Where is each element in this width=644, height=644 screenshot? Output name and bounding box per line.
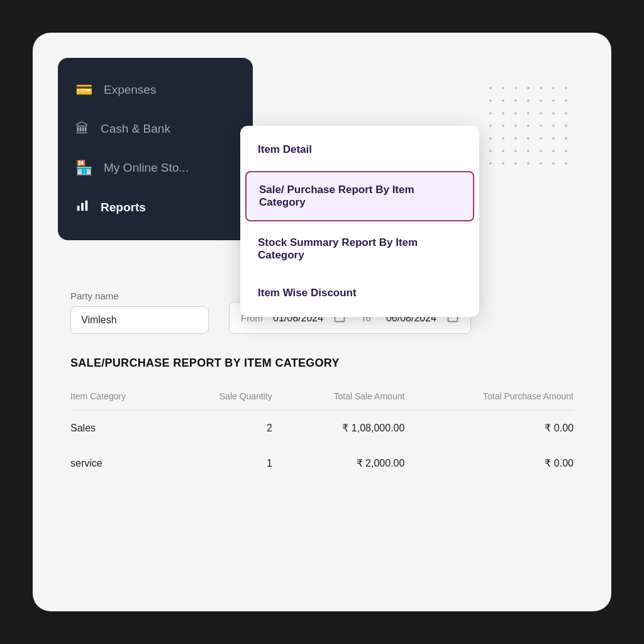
dot xyxy=(502,125,504,127)
report-title: SALE/PURCHASE REPORT BY ITEM CATEGORY xyxy=(70,357,574,370)
svg-rect-0 xyxy=(77,206,80,211)
party-filter-group: Party name xyxy=(70,291,209,334)
dot xyxy=(527,112,530,114)
col-item-category: Item Category xyxy=(70,385,174,411)
main-card: 💳 Expenses 🏛 Cash & Bank 🏪 My Online Sto… xyxy=(33,33,611,611)
table-row: service1₹ 2,000.00₹ 0.00 xyxy=(70,446,574,481)
sidebar-item-expenses[interactable]: 💳 Expenses xyxy=(58,70,253,109)
col-sale-quantity: Sale Quantity xyxy=(174,385,272,411)
cell-total-sale: ₹ 2,000.00 xyxy=(272,446,405,481)
dot xyxy=(552,125,555,127)
party-name-input[interactable] xyxy=(70,306,209,334)
dot xyxy=(489,125,492,127)
dot xyxy=(540,150,542,152)
cell-category: Sales xyxy=(70,411,174,446)
dropdown-item-stock-summary-category[interactable]: Stock Summary Report By Item Category xyxy=(240,224,479,274)
dropdown-item-sale-purchase-category[interactable]: Sale/ Purchase Report By Item Category xyxy=(245,171,474,221)
dot xyxy=(540,99,542,102)
dot xyxy=(565,137,567,140)
dot xyxy=(514,137,517,140)
dot xyxy=(540,112,542,114)
dot xyxy=(502,112,504,114)
dot xyxy=(527,137,530,140)
dot xyxy=(565,99,567,102)
dot xyxy=(489,137,492,140)
dot xyxy=(565,125,567,127)
sidebar-item-reports-label: Reports xyxy=(101,201,146,214)
dot xyxy=(514,112,517,114)
dot xyxy=(489,112,492,114)
col-total-purchase-amount: Total Purchase Amount xyxy=(404,385,574,411)
dot xyxy=(565,112,567,114)
dot xyxy=(552,112,555,114)
dot xyxy=(565,162,567,165)
dot xyxy=(540,137,542,140)
online-store-icon: 🏪 xyxy=(75,160,92,176)
dot xyxy=(514,125,517,127)
dot xyxy=(527,162,530,165)
main-content: Party name From 01/08/2024 To 06/08/2024 xyxy=(58,291,586,480)
cell-total-purchase: ₹ 0.00 xyxy=(404,446,574,481)
dot xyxy=(489,150,492,152)
dot xyxy=(565,87,567,89)
table-header-row: Item Category Sale Quantity Total Sale A… xyxy=(70,385,574,411)
cell-total-purchase: ₹ 0.00 xyxy=(404,411,574,446)
dot xyxy=(514,87,517,89)
cell-total-sale: ₹ 1,08,000.00 xyxy=(272,411,405,446)
dot xyxy=(540,87,542,89)
dot-pattern-decoration xyxy=(486,83,574,171)
dot xyxy=(552,99,555,102)
sidebar-item-reports[interactable]: Reports xyxy=(58,187,253,228)
cash-bank-icon: 🏛 xyxy=(75,121,89,137)
sidebar: 💳 Expenses 🏛 Cash & Bank 🏪 My Online Sto… xyxy=(58,58,253,240)
dropdown-item-detail[interactable]: Item Detail xyxy=(240,131,479,169)
sidebar-item-cash-bank[interactable]: 🏛 Cash & Bank xyxy=(58,109,253,148)
dot xyxy=(489,99,492,102)
dot xyxy=(502,150,504,152)
dot xyxy=(527,99,530,102)
dot xyxy=(502,162,504,165)
dot xyxy=(527,87,530,89)
dot xyxy=(514,162,517,165)
dot xyxy=(514,99,517,102)
dot xyxy=(489,87,492,89)
dropdown-menu: Item Detail Sale/ Purchase Report By Ite… xyxy=(240,126,479,317)
dot xyxy=(489,162,492,165)
dot xyxy=(502,99,504,102)
svg-rect-2 xyxy=(86,201,88,211)
dot xyxy=(527,150,530,152)
sidebar-item-expenses-label: Expenses xyxy=(104,83,156,97)
expenses-icon: 💳 xyxy=(75,82,92,98)
dot xyxy=(552,150,555,152)
svg-rect-1 xyxy=(81,203,84,211)
cell-sale-qty: 1 xyxy=(174,446,272,481)
cell-category: service xyxy=(70,446,174,481)
col-total-sale-amount: Total Sale Amount xyxy=(272,385,405,411)
table-row: Sales2₹ 1,08,000.00₹ 0.00 xyxy=(70,411,574,446)
dot xyxy=(540,125,542,127)
cell-sale-qty: 2 xyxy=(174,411,272,446)
dot xyxy=(552,162,555,165)
reports-icon xyxy=(75,199,89,216)
dot xyxy=(540,162,542,165)
dot xyxy=(527,125,530,127)
party-name-label: Party name xyxy=(70,291,209,301)
dot xyxy=(565,150,567,152)
dot xyxy=(514,150,517,152)
dot xyxy=(552,137,555,140)
dot xyxy=(502,87,504,89)
dot xyxy=(502,137,504,140)
dropdown-item-item-wise-discount[interactable]: Item Wise Discount xyxy=(240,274,479,312)
sidebar-item-online-store-label: My Online Sto... xyxy=(104,161,189,175)
dot xyxy=(552,87,555,89)
sidebar-item-online-store[interactable]: 🏪 My Online Sto... xyxy=(58,148,253,187)
sidebar-item-cash-bank-label: Cash & Bank xyxy=(101,122,170,136)
report-table: Item Category Sale Quantity Total Sale A… xyxy=(70,385,574,480)
